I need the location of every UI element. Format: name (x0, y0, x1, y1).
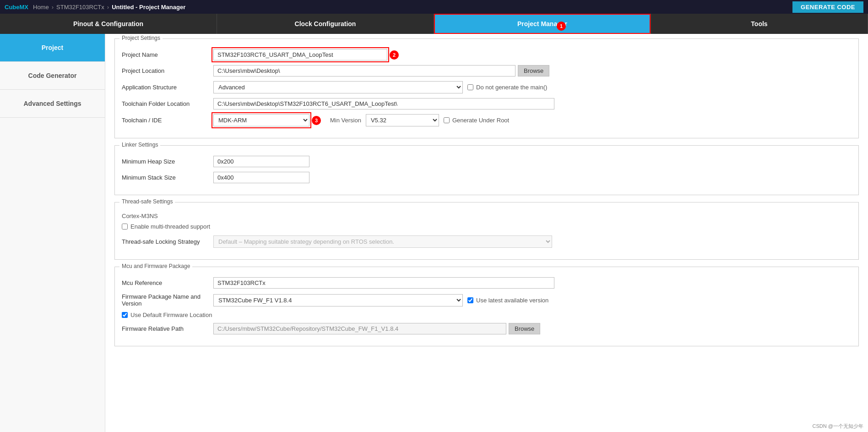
mcu-reference-input[interactable] (213, 277, 554, 289)
use-default-firmware-checkbox[interactable] (122, 312, 128, 318)
min-stack-input[interactable] (213, 172, 309, 183)
annotation-badge-1: 1 (557, 22, 566, 31)
enable-multithread-checkbox[interactable] (122, 224, 128, 230)
generate-under-root-checkbox[interactable] (444, 117, 450, 123)
linker-settings-section: Linker Settings Minimum Heap Size Minimu… (114, 145, 859, 195)
project-name-label: Project Name (122, 51, 213, 58)
sidebar-item-advanced-settings[interactable]: Advanced Settings (0, 90, 105, 118)
project-settings-title: Project Settings (119, 35, 163, 41)
toolchain-ide-select[interactable]: MDK-ARM (213, 114, 309, 126)
use-default-firmware-label[interactable]: Use Default Firmware Location (122, 312, 212, 318)
generate-under-root-label[interactable]: Generate Under Root (444, 117, 509, 124)
linker-settings-title: Linker Settings (119, 142, 160, 148)
thread-safe-title: Thread-safe Settings (119, 198, 175, 205)
sidebar: Project Code Generator Advanced Settings (0, 34, 105, 432)
firmware-path-row: Firmware Relative Path Browse (122, 323, 852, 334)
toolchain-ide-row: Toolchain / IDE MDK-ARM 3 Min Version V5… (122, 114, 852, 126)
use-default-firmware-row: Use Default Firmware Location (122, 312, 852, 318)
app-structure-select[interactable]: Advanced (213, 81, 463, 93)
watermark: CSDN @一个无知少年 (813, 423, 863, 430)
enable-multithread-label[interactable]: Enable multi-threaded support (122, 223, 210, 230)
brand-logo: CubeMX (5, 4, 28, 11)
tab-clock[interactable]: Clock Configuration (217, 14, 434, 34)
toolchain-ide-label: Toolchain / IDE (122, 117, 213, 124)
firmware-path-browse-button[interactable]: Browse (509, 323, 540, 334)
project-settings-section: Project Settings Project Name 2 Project … (114, 38, 859, 138)
top-bar: CubeMX Home › STM32F103RCTx › Untitled -… (0, 0, 868, 14)
do-not-generate-main-checkbox[interactable] (467, 84, 473, 90)
project-location-row: Project Location Browse (122, 65, 852, 77)
breadcrumb-current: Untitled - Project Manager (112, 4, 185, 11)
mcu-reference-row: Mcu Reference (122, 277, 852, 289)
sidebar-item-project[interactable]: Project (0, 34, 105, 62)
toolchain-folder-row: Toolchain Folder Location (122, 98, 852, 109)
breadcrumb: Home › STM32F103RCTx › Untitled - Projec… (33, 4, 792, 11)
project-name-row: Project Name 2 (122, 49, 852, 60)
annotation-badge-2: 2 (390, 50, 399, 60)
mcu-firmware-section: Mcu and Firmware Package Mcu Reference F… (114, 267, 859, 346)
toolchain-folder-input[interactable] (213, 98, 554, 109)
tab-pinout[interactable]: Pinout & Configuration (0, 14, 217, 34)
tab-tools[interactable]: Tools (651, 14, 868, 34)
generate-code-button[interactable]: GENERATE CODE (792, 1, 863, 13)
min-version-label: Min Version (330, 117, 361, 124)
project-location-label: Project Location (122, 67, 213, 74)
mcu-reference-label: Mcu Reference (122, 279, 213, 286)
locking-strategy-select[interactable]: Default – Mapping suitable strategy depe… (213, 235, 552, 248)
min-heap-row: Minimum Heap Size (122, 156, 852, 167)
do-not-generate-main-checkbox-label[interactable]: Do not generate the main() (467, 84, 547, 91)
min-stack-row: Minimum Stack Size (122, 172, 852, 183)
enable-multithread-row: Enable multi-threaded support (122, 223, 852, 230)
project-location-input[interactable] (213, 65, 515, 77)
main-layout: Project Code Generator Advanced Settings… (0, 34, 868, 432)
min-stack-label: Minimum Stack Size (122, 174, 213, 181)
content-area: Project Settings Project Name 2 Project … (105, 34, 868, 432)
app-structure-label: Application Structure (122, 84, 213, 91)
min-version-select[interactable]: V5.32 (366, 114, 439, 126)
firmware-path-label: Firmware Relative Path (122, 325, 213, 332)
tab-bar: Pinout & Configuration Clock Configurati… (0, 14, 868, 34)
cortex-label: Cortex-M3NS (122, 213, 852, 219)
breadcrumb-home[interactable]: Home (33, 4, 49, 11)
tab-project-manager[interactable]: Project Manager (434, 14, 651, 34)
mcu-firmware-title: Mcu and Firmware Package (119, 263, 192, 269)
firmware-package-select[interactable]: STM32Cube FW_F1 V1.8.4 (213, 294, 463, 306)
locking-strategy-row: Thread-safe Locking Strategy Default – M… (122, 235, 852, 248)
annotation-badge-3: 3 (312, 116, 321, 125)
project-name-input[interactable] (213, 49, 387, 60)
firmware-package-row: Firmware Package Name and Version STM32C… (122, 293, 852, 307)
project-location-browse-button[interactable]: Browse (518, 65, 549, 77)
sidebar-item-code-generator[interactable]: Code Generator (0, 62, 105, 90)
firmware-package-label: Firmware Package Name and Version (122, 293, 213, 307)
app-structure-row: Application Structure Advanced Do not ge… (122, 81, 852, 93)
breadcrumb-mcu[interactable]: STM32F103RCTx (56, 4, 104, 11)
use-latest-version-label[interactable]: Use latest available version (467, 297, 548, 304)
toolchain-folder-label: Toolchain Folder Location (122, 100, 213, 107)
locking-strategy-label: Thread-safe Locking Strategy (122, 238, 213, 245)
min-heap-label: Minimum Heap Size (122, 158, 213, 165)
min-heap-input[interactable] (213, 156, 309, 167)
firmware-path-input[interactable] (213, 323, 506, 334)
thread-safe-section: Thread-safe Settings Cortex-M3NS Enable … (114, 202, 859, 260)
use-latest-version-checkbox[interactable] (467, 297, 473, 303)
